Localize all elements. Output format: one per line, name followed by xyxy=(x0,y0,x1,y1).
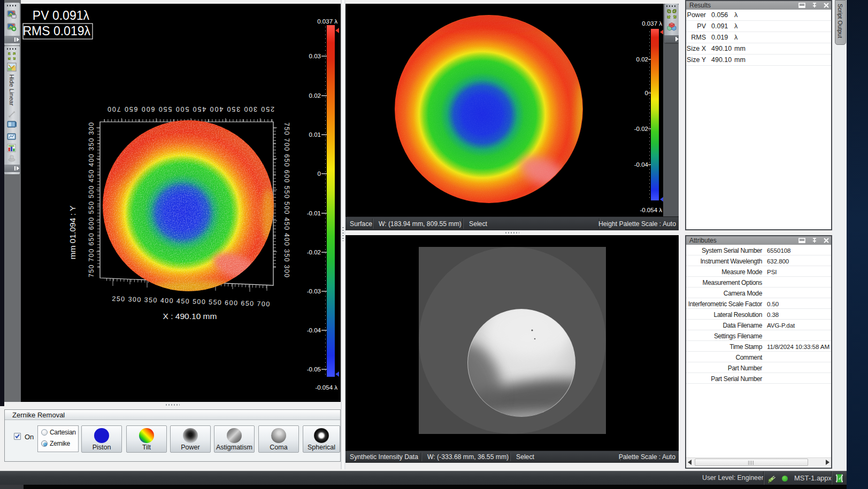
svg-text:-0.03: -0.03 xyxy=(307,288,321,294)
svg-text:0: 0 xyxy=(645,90,648,96)
svg-text:RMS 0.019λ: RMS 0.019λ xyxy=(22,24,90,38)
svg-text:mm 01.094 : Y: mm 01.094 : Y xyxy=(68,206,77,260)
svg-text:-0.04: -0.04 xyxy=(307,327,321,333)
svg-text:-0.02: -0.02 xyxy=(307,249,321,255)
svg-text:-0.05: -0.05 xyxy=(307,366,321,372)
svg-text:250 300 350 400 450 500 550 60: 250 300 350 400 450 500 550 600 650 700 xyxy=(107,105,274,113)
svg-text:750 700 650 600 550 500 450 40: 750 700 650 600 550 500 450 400 350 300 xyxy=(283,122,290,277)
svg-text:X : 490.10 mm: X : 490.10 mm xyxy=(163,312,217,321)
svg-text:-0.02: -0.02 xyxy=(634,126,648,132)
svg-text:0.02: 0.02 xyxy=(309,92,321,99)
svg-text:0.03: 0.03 xyxy=(309,53,321,59)
svg-text:0.02: 0.02 xyxy=(636,56,648,63)
svg-text:750 700 650 600 550 500 450 40: 750 700 650 600 550 500 450 400 350 300 xyxy=(88,122,95,277)
svg-text:250 300 350 400 450 500 550 60: 250 300 350 400 450 500 550 600 650 700 xyxy=(112,295,270,308)
svg-text:-0.01: -0.01 xyxy=(307,210,321,216)
svg-text:0.037 λ: 0.037 λ xyxy=(642,20,662,27)
svg-text:-0.054 λ: -0.054 λ xyxy=(640,207,662,213)
svg-text:-0.054 λ: -0.054 λ xyxy=(315,384,337,391)
svg-text:PV 0.091λ: PV 0.091λ xyxy=(33,9,90,22)
svg-text:0.037 λ: 0.037 λ xyxy=(317,18,337,25)
svg-text:0.01: 0.01 xyxy=(309,131,321,138)
svg-text:-0.04: -0.04 xyxy=(634,161,649,168)
svg-text:0: 0 xyxy=(318,170,321,177)
